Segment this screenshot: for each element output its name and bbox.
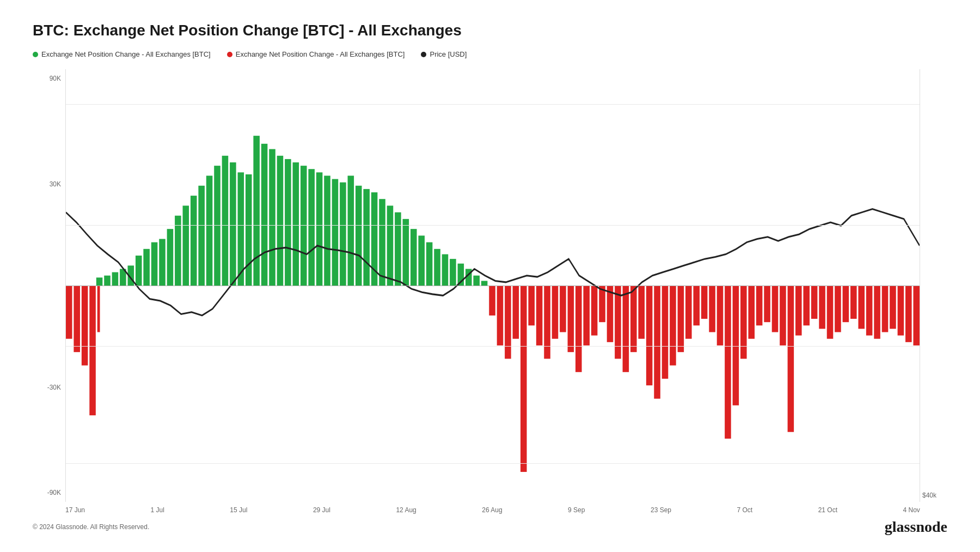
svg-rect-60 (528, 286, 535, 325)
legend-dot-red (227, 52, 232, 57)
svg-rect-66 (575, 286, 582, 372)
svg-rect-62 (544, 286, 550, 359)
y-label-90k: 90K (33, 75, 65, 82)
svg-rect-103 (866, 286, 873, 336)
svg-rect-48 (473, 276, 480, 286)
svg-rect-102 (858, 286, 865, 329)
glassnode-logo: glassnode (885, 518, 947, 536)
svg-rect-27 (308, 169, 315, 286)
svg-rect-64 (560, 286, 566, 332)
svg-rect-34 (363, 189, 370, 286)
svg-rect-37 (387, 205, 394, 286)
legend-label-green: Exchange Net Position Change - All Excha… (41, 50, 211, 58)
chart-area: 90K 30K -30K -90K (33, 69, 947, 502)
x-label-29jul: 29 Jul (313, 506, 330, 514)
svg-rect-57 (505, 286, 511, 359)
svg-rect-86 (733, 286, 739, 405)
x-axis: 17 Jun 1 Jul 15 Jul 29 Jul 12 Aug 26 Aug… (65, 502, 920, 514)
svg-rect-21 (261, 144, 268, 286)
x-label-15jul: 15 Jul (230, 506, 247, 514)
copyright: © 2024 Glassnode. All Rights Reserved. (33, 523, 149, 531)
legend-item-green: Exchange Net Position Change - All Excha… (33, 50, 211, 58)
svg-rect-55 (489, 286, 495, 316)
legend-dot-price (421, 52, 426, 57)
x-label-1jul: 1 Jul (151, 506, 164, 514)
svg-rect-23 (277, 156, 284, 286)
y-axis-right: $40k (920, 69, 947, 502)
svg-rect-20 (253, 136, 260, 286)
svg-rect-108 (905, 286, 912, 342)
legend-item-red: Exchange Net Position Change - All Excha… (227, 50, 405, 58)
svg-rect-19 (246, 174, 252, 286)
svg-rect-6 (143, 249, 150, 286)
svg-rect-15 (214, 166, 220, 286)
footer: © 2024 Glassnode. All Rights Reserved. g… (33, 518, 947, 536)
svg-rect-95 (803, 286, 810, 325)
x-label-23sep: 23 Sep (651, 506, 671, 514)
svg-rect-61 (536, 286, 543, 345)
legend-dot-green (33, 52, 38, 57)
grid-line-30k (66, 225, 920, 226)
svg-rect-40 (411, 229, 417, 286)
y-label-price: $40k (920, 492, 936, 499)
svg-rect-97 (819, 286, 825, 329)
svg-rect-43 (434, 249, 440, 286)
svg-rect-28 (316, 172, 323, 286)
x-label-12aug: 12 Aug (396, 506, 416, 514)
svg-rect-54 (97, 286, 100, 332)
svg-rect-33 (356, 186, 362, 286)
svg-rect-72 (623, 286, 629, 372)
svg-rect-104 (874, 286, 880, 339)
x-label-9sep: 9 Sep (568, 506, 585, 514)
svg-rect-44 (442, 254, 449, 286)
svg-rect-45 (450, 259, 456, 286)
svg-rect-30 (332, 179, 339, 286)
svg-rect-49 (481, 281, 488, 286)
svg-rect-98 (827, 286, 834, 339)
x-label-17jun: 17 Jun (65, 506, 85, 514)
svg-rect-12 (191, 196, 197, 286)
svg-rect-10 (175, 216, 181, 286)
svg-rect-42 (426, 242, 433, 286)
grid-line-90k (66, 104, 920, 105)
svg-rect-5 (136, 256, 142, 286)
svg-rect-25 (293, 162, 299, 286)
zero-line (66, 286, 920, 286)
grid-line-neg90k (66, 463, 920, 464)
svg-rect-96 (811, 286, 818, 319)
svg-rect-63 (552, 286, 559, 339)
svg-rect-93 (788, 286, 794, 432)
svg-rect-38 (395, 213, 401, 286)
svg-rect-109 (913, 286, 920, 345)
svg-rect-51 (74, 286, 80, 352)
y-label-30k: 30K (33, 180, 65, 188)
svg-rect-85 (725, 286, 731, 439)
svg-rect-90 (764, 286, 770, 322)
svg-rect-0 (96, 277, 103, 286)
svg-rect-32 (348, 175, 354, 286)
svg-rect-52 (82, 286, 88, 366)
svg-rect-68 (591, 286, 598, 336)
svg-rect-70 (607, 286, 614, 342)
svg-rect-58 (513, 286, 519, 339)
svg-rect-101 (850, 286, 857, 319)
svg-rect-75 (646, 286, 653, 385)
svg-rect-83 (709, 286, 715, 332)
svg-rect-53 (89, 286, 96, 415)
svg-rect-81 (693, 286, 700, 325)
x-label-26aug: 26 Aug (482, 506, 502, 514)
x-label-4nov: 4 Nov (903, 506, 920, 514)
svg-rect-105 (882, 286, 889, 332)
svg-rect-91 (772, 286, 779, 332)
svg-rect-107 (898, 286, 904, 336)
svg-rect-92 (780, 286, 786, 345)
y-label-neg90k: -90K (33, 489, 65, 496)
svg-rect-18 (238, 172, 244, 286)
legend-label-red: Exchange Net Position Change - All Excha… (236, 50, 405, 58)
svg-rect-13 (198, 186, 205, 286)
y-label-neg30k: -30K (33, 384, 65, 391)
svg-rect-82 (701, 286, 708, 319)
svg-rect-14 (206, 175, 213, 286)
svg-rect-59 (520, 286, 527, 472)
svg-rect-2 (112, 272, 119, 286)
